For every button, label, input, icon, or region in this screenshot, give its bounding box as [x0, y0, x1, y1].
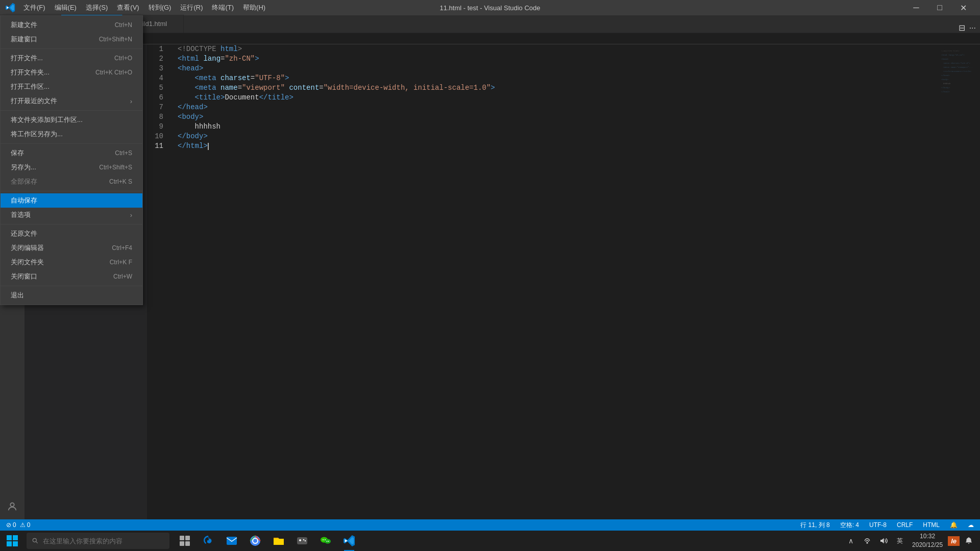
warning-count: 0 [27, 521, 31, 529]
code-editor[interactable]: 1 2 3 4 5 6 7 8 9 10 11 <!DOCTYPE html> … [147, 44, 980, 549]
menu-terminal[interactable]: 终端(T) [208, 2, 238, 13]
menu-open-folder-shortcut: Ctrl+K Ctrl+O [95, 69, 132, 76]
svg-point-53 [867, 542, 868, 543]
svg-point-46 [305, 540, 306, 541]
menu-new-file[interactable]: 新建文件 Ctrl+N [1, 18, 142, 32]
menu-help[interactable]: 帮助(H) [239, 2, 270, 13]
menu-prefs-arrow: › [130, 211, 132, 219]
menu-recent-files[interactable]: 打开最近的文件 › [1, 94, 142, 108]
taskview-button[interactable] [174, 531, 196, 551]
svg-text:<meta name="viewport"...: <meta name="viewport"... [943, 66, 973, 68]
ie-badge[interactable]: Ie [948, 536, 960, 546]
game-app[interactable] [291, 531, 313, 551]
menu-close-window-label: 关闭窗口 [11, 272, 103, 281]
status-errors[interactable]: ⊘ 0 ⚠ 0 [4, 519, 32, 531]
svg-text:<head>: <head> [941, 58, 949, 60]
code-line-3: <head> [178, 64, 934, 73]
code-line-2: <html lang="zh-CN"> [178, 54, 934, 64]
vscode-taskbar-app[interactable] [338, 531, 360, 551]
menu-bar: 文件(F) 编辑(E) 选择(S) 查看(V) 转到(G) 运行(R) 终端(T… [19, 2, 270, 13]
line-numbers: 1 2 3 4 5 6 7 8 9 10 11 [147, 44, 173, 549]
menu-close-editor-label: 关闭编辑器 [11, 243, 102, 253]
vscode-logo [5, 3, 15, 13]
tabs-bar: ◈ index.html ◈ 11.html ✕ ◈ child1.html ⊟… [0, 15, 980, 33]
status-line-col[interactable]: 行 11, 列 8 [798, 519, 831, 531]
menu-open-folder[interactable]: 打开文件夹... Ctrl+K Ctrl+O [1, 65, 142, 80]
taskbar-search[interactable] [27, 533, 169, 549]
menu-open-workspace[interactable]: 打开工作区... [1, 80, 142, 94]
warning-icon: ⚠ [20, 521, 26, 529]
menu-new-window[interactable]: 新建窗口 Ctrl+Shift+N [1, 32, 142, 46]
menu-autosave[interactable]: 自动保存 [1, 193, 142, 208]
window-title: 11.html - test - Visual Studio Code [439, 4, 540, 12]
tab-bar-actions: ⊟ ··· [184, 23, 980, 33]
menu-preferences[interactable]: 首选项 › [1, 208, 142, 222]
activity-account[interactable] [0, 494, 24, 519]
chrome-icon [249, 535, 261, 547]
code-line-4: <meta charset="UTF-8"> [178, 73, 934, 83]
menu-save[interactable]: 保存 Ctrl+S [1, 146, 142, 160]
notification-tray-icon [965, 537, 973, 545]
status-bar-right: 行 11, 列 8 空格: 4 UTF-8 CRLF HTML 🔔 ☁ [798, 519, 976, 531]
menu-close-window[interactable]: 关闭窗口 Ctrl+W [1, 269, 142, 284]
wechat-app[interactable] [314, 531, 337, 551]
code-line-7: </head> [178, 103, 934, 112]
menu-goto[interactable]: 转到(G) [144, 2, 176, 13]
status-notifications[interactable]: 🔔 [948, 519, 960, 531]
minimize-button[interactable]: ─ [904, 0, 928, 15]
svg-text:</html>: </html> [941, 91, 950, 93]
split-editor-icon[interactable]: ⊟ [959, 23, 965, 33]
menu-close-editor[interactable]: 关闭编辑器 Ctrl+F4 [1, 241, 142, 255]
title-bar-left: 文件(F) 编辑(E) 选择(S) 查看(V) 转到(G) 运行(R) 终端(T… [5, 2, 270, 13]
menu-close-folder[interactable]: 关闭文件夹 Ctrl+K F [1, 255, 142, 269]
svg-point-50 [325, 539, 326, 540]
svg-point-51 [327, 541, 328, 542]
menu-recent-files-label: 打开最近的文件 [11, 96, 126, 106]
menu-save-workspace[interactable]: 将工作区另存为... [1, 127, 142, 141]
svg-rect-28 [7, 535, 12, 540]
status-eol[interactable]: CRLF [895, 519, 915, 531]
tray-network[interactable] [860, 531, 874, 551]
status-indent[interactable]: 空格: 4 [838, 519, 861, 531]
menu-open-file[interactable]: 打开文件... Ctrl+O [1, 51, 142, 65]
chrome-app[interactable] [244, 531, 266, 551]
more-actions-icon[interactable]: ··· [969, 23, 976, 33]
svg-point-41 [253, 539, 257, 543]
menu-run[interactable]: 运行(R) [176, 2, 207, 13]
status-language[interactable]: HTML [921, 519, 942, 531]
explorer-app[interactable] [267, 531, 290, 551]
svg-rect-35 [185, 536, 190, 540]
menu-new-file-label: 新建文件 [11, 20, 105, 30]
status-cloud[interactable]: ☁ [966, 519, 976, 531]
cloud-icon: ☁ [968, 521, 974, 529]
menu-open-file-shortcut: Ctrl+O [114, 55, 132, 62]
menu-add-folder[interactable]: 将文件夹添加到工作区... [1, 113, 142, 127]
menu-select[interactable]: 选择(S) [82, 2, 112, 13]
volume-icon [879, 537, 888, 545]
edge-app[interactable] [197, 531, 219, 551]
start-button[interactable] [0, 531, 24, 551]
menu-revert[interactable]: 还原文件 [1, 227, 142, 241]
clock-time: 10:32 [912, 532, 943, 541]
tray-lang[interactable]: 英 [893, 531, 907, 551]
menu-preferences-label: 首选项 [11, 210, 126, 219]
menu-exit[interactable]: 退出 [1, 288, 142, 303]
taskbar-clock[interactable]: 10:32 2020/12/25 [909, 531, 946, 550]
svg-rect-44 [300, 539, 301, 541]
menu-view[interactable]: 查看(V) [113, 2, 143, 13]
status-encoding[interactable]: UTF-8 [867, 519, 889, 531]
menu-edit[interactable]: 编辑(E) [51, 2, 81, 13]
menu-file[interactable]: 文件(F) [19, 2, 50, 13]
close-button[interactable]: ✕ [951, 0, 975, 15]
menu-save-as[interactable]: 另存为... Ctrl+Shift+S [1, 160, 142, 174]
menu-save-workspace-label: 将工作区另存为... [11, 130, 132, 139]
tray-chevron[interactable]: ∧ [844, 531, 858, 551]
tray-notification[interactable] [962, 531, 976, 551]
maximize-button[interactable]: □ [928, 0, 951, 15]
language-indicator: 英 [897, 537, 903, 545]
mail-app[interactable] [220, 531, 243, 551]
tray-volume[interactable] [876, 531, 891, 551]
taskbar-search-input[interactable] [43, 537, 155, 545]
menu-close-window-shortcut: Ctrl+W [113, 273, 132, 280]
menu-sep-6 [1, 286, 142, 286]
